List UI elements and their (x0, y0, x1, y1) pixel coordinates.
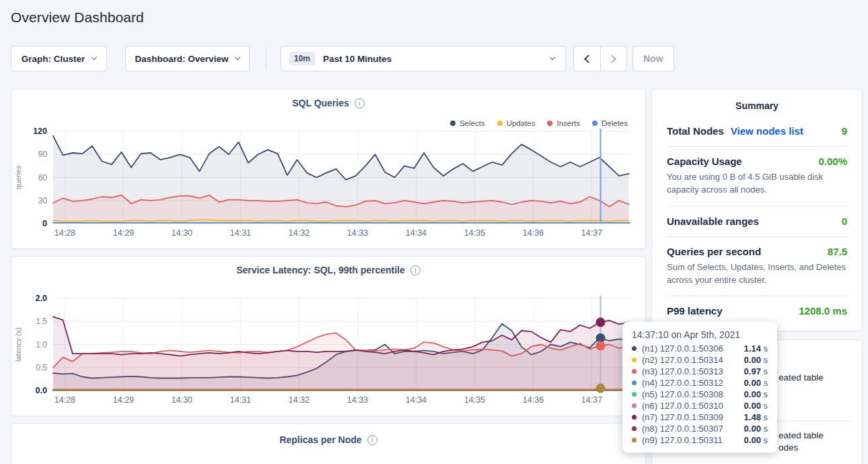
tooltip-row: (n9) 127.0.0.1:503110.00 s (632, 434, 768, 446)
legend-item[interactable]: Updates (497, 119, 536, 127)
legend-dot-icon (450, 121, 456, 126)
info-icon[interactable] (367, 435, 377, 445)
time-range-dropdown[interactable]: 10m Past 10 Minutes (281, 46, 566, 71)
tooltip-node-unit: s (761, 343, 768, 354)
tooltip-node-unit: s (761, 378, 768, 388)
dashboard-dropdown-label: Dashboard: Overview (135, 54, 229, 64)
svg-text:0: 0 (42, 219, 47, 228)
svg-text:14:37: 14:37 (581, 228, 602, 238)
svg-text:14:33: 14:33 (347, 395, 368, 405)
tooltip-node-unit: s (761, 412, 768, 422)
svg-text:14:35: 14:35 (464, 228, 485, 238)
page-title: Overview Dashboard (11, 9, 144, 26)
series-dot-icon (632, 380, 637, 385)
legend-label: Updates (507, 119, 536, 127)
info-icon[interactable] (355, 98, 365, 108)
tooltip-node-label: (n2) 127.0.0.1:50314 (642, 354, 723, 366)
series-dot-icon (632, 403, 637, 408)
tooltip-node-value: 0.00 s (744, 389, 768, 400)
time-range-label: Past 10 Minutes (323, 54, 392, 64)
svg-text:14:33: 14:33 (347, 228, 368, 238)
summary-row-label: Queries per second (667, 246, 761, 257)
summary-row: Unavailable ranges0 (667, 206, 847, 236)
tooltip-node-label: (n4) 127.0.0.1:50312 (642, 377, 723, 389)
next-timespan-button[interactable] (600, 46, 626, 71)
tooltip-node-unit: s (761, 389, 768, 399)
tooltip-node-label: (n5) 127.0.0.1:50308 (642, 389, 723, 400)
view-nodes-list-link[interactable]: View nodes list (731, 125, 803, 137)
svg-text:queries: queries (14, 165, 22, 190)
svg-text:14:36: 14:36 (523, 395, 544, 405)
summary-row-label: Unavailable ranges (667, 216, 759, 227)
svg-text:14:29: 14:29 (113, 228, 134, 238)
toolbar-divider (266, 47, 266, 70)
graph-dropdown-label: Graph: Cluster (22, 54, 85, 64)
svg-text:14:30: 14:30 (172, 228, 192, 238)
svg-text:2.0: 2.0 (36, 294, 47, 303)
tooltip-node-unit: s (761, 424, 768, 434)
legend-label: Inserts (556, 119, 580, 127)
summary-row-label: Total Nodes (667, 125, 724, 137)
svg-text:120: 120 (33, 127, 47, 136)
service-latency-chart[interactable]: 0.00.51.01.52.014:2814:2914:3014:3114:32… (11, 294, 647, 411)
event-text-fragment: odes (779, 442, 798, 453)
event-text-fragment: eated table (779, 430, 824, 440)
tooltip-node-value: 0.00 s (744, 400, 768, 411)
svg-text:14:37: 14:37 (581, 395, 602, 405)
chart-title: Service Latency: SQL, 99th percentile (236, 265, 405, 275)
sql-queries-panel: SQL Queries SelectsUpdatesInsertsDeletes… (11, 89, 646, 249)
tooltip-node-unit: s (761, 366, 768, 376)
summary-row-description: You are using 0 B of 4.5 GiB usable disk… (667, 171, 847, 197)
now-button-label: Now (643, 53, 663, 64)
summary-row-value: 0 (842, 216, 847, 227)
tooltip-row: (n8) 127.0.0.1:503070.00 s (632, 423, 768, 434)
svg-text:14:32: 14:32 (289, 228, 310, 238)
legend-dot-icon (547, 121, 552, 126)
previous-timespan-button[interactable] (574, 46, 600, 71)
tooltip-node-label: (n7) 127.0.0.1:50309 (642, 411, 723, 423)
series-dot-icon (632, 346, 637, 351)
summary-row: Queries per second87.5Sum of Selects, Up… (667, 236, 847, 296)
latency-svg: 0.00.51.01.52.014:2814:2914:3014:3114:32… (11, 294, 647, 409)
svg-text:14:32: 14:32 (289, 395, 310, 405)
chevron-down-icon (235, 55, 240, 60)
summary-panel: Summary Total NodesView nodes list9Capac… (651, 89, 863, 331)
tooltip-node-value: 0.00 s (744, 434, 768, 446)
tooltip-node-label: (n9) 127.0.0.1:50311 (642, 434, 723, 446)
svg-text:14:31: 14:31 (230, 395, 251, 405)
tooltip-node-label: (n6) 127.0.0.1:50310 (642, 400, 723, 411)
now-button[interactable]: Now (632, 46, 674, 71)
summary-row-value: 87.5 (828, 246, 847, 257)
tooltip-row: (n3) 127.0.0.1:503130.97 s (632, 366, 768, 377)
svg-text:30: 30 (38, 196, 48, 205)
tooltip-row: (n1) 127.0.0.1:503061.14 s (632, 343, 768, 354)
sql-queries-chart[interactable]: 030609012014:2814:2914:3014:3114:3214:33… (11, 127, 647, 244)
svg-text:14:29: 14:29 (113, 395, 134, 405)
series-dot-icon (632, 415, 637, 420)
legend-item[interactable]: Selects (450, 119, 485, 127)
time-range-badge: 10m (289, 52, 315, 65)
info-icon[interactable] (410, 265, 421, 275)
legend-item[interactable]: Deletes (592, 119, 628, 127)
summary-row-label: Capacity Usage (667, 156, 742, 167)
legend-item[interactable]: Inserts (547, 119, 580, 127)
legend-label: Deletes (602, 119, 628, 127)
graph-dropdown[interactable]: Graph: Cluster (11, 46, 107, 71)
tooltip-node-label: (n3) 127.0.0.1:50313 (642, 366, 723, 377)
tooltip-node-value: 1.48 s (744, 411, 768, 423)
tooltip-node-unit: s (761, 355, 768, 365)
tooltip-node-value: 0.00 s (744, 354, 768, 366)
series-dot-icon (632, 358, 637, 362)
tooltip-rows: (n1) 127.0.0.1:503061.14 s(n2) 127.0.0.1… (632, 343, 768, 446)
chart-legend: SelectsUpdatesInsertsDeletes (450, 119, 628, 127)
summary-row-value: 9 (842, 125, 847, 137)
dashboard-dropdown[interactable]: Dashboard: Overview (125, 46, 250, 71)
summary-row-value: 1208.0 ms (799, 305, 847, 317)
summary-row-value: 0.00% (818, 156, 847, 167)
summary-row: Total NodesView nodes list9 (667, 117, 847, 146)
svg-text:14:34: 14:34 (406, 395, 427, 405)
replicas-per-node-panel: Replicas per Node (11, 423, 646, 464)
legend-dot-icon (592, 121, 598, 126)
chart-title: SQL Queries (292, 98, 349, 108)
svg-text:1.5: 1.5 (36, 317, 47, 326)
